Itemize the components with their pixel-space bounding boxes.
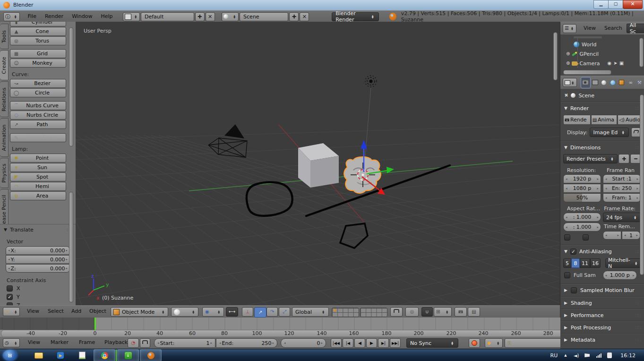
opengl-render-image-button[interactable]: 📷︎ bbox=[455, 307, 467, 317]
properties-scrollbar[interactable] bbox=[640, 95, 644, 275]
translate-manipulator-toggle[interactable]: ↗ bbox=[254, 307, 266, 318]
jump-to-start-button[interactable]: |◀◀ bbox=[331, 338, 342, 348]
decrement-icon[interactable]: ◂ bbox=[218, 341, 222, 345]
renderability-camera-icon[interactable]: ▣ bbox=[619, 61, 624, 66]
taskbar-notepad-button[interactable] bbox=[72, 350, 93, 361]
increment-icon[interactable]: ▸ bbox=[635, 233, 639, 237]
pivot-point-select[interactable]: ◉▲▼ bbox=[202, 307, 224, 317]
panel-drag-dots-icon[interactable]: ∷∷ bbox=[635, 337, 640, 343]
add-circle-button[interactable]: ◯Circle bbox=[10, 88, 66, 97]
render-audio-button[interactable]: ◁)Audio bbox=[618, 115, 641, 125]
play-button[interactable]: ▶ bbox=[366, 338, 377, 348]
menu-render[interactable]: Render bbox=[41, 11, 68, 22]
add-cone-button[interactable]: ▲Cone bbox=[10, 27, 66, 36]
current-frame-field[interactable]: ◂0▸ bbox=[281, 338, 326, 348]
collapse-arrow-icon[interactable]: ▼ bbox=[564, 249, 567, 254]
layers-group-1[interactable] bbox=[332, 308, 359, 317]
add-preset-button[interactable]: ✚ bbox=[618, 154, 629, 163]
resolution-y-field[interactable]: ◂1080 p▸ bbox=[563, 184, 601, 193]
clock[interactable]: 16:12 bbox=[620, 352, 635, 359]
resolution-x-field[interactable]: ◂1920 p▸ bbox=[563, 174, 601, 183]
increment-icon[interactable]: ▸ bbox=[596, 187, 600, 190]
render-button[interactable]: 📷︎Rende bbox=[563, 115, 591, 125]
aa-samples-8-button[interactable]: 8 bbox=[571, 258, 580, 268]
power-plug-icon[interactable] bbox=[607, 352, 612, 358]
add-area-lamp-button[interactable]: ⧉Area bbox=[10, 191, 66, 200]
constraint-y-checkbox[interactable]: ✓ bbox=[7, 294, 13, 300]
decrement-icon[interactable]: ◂ bbox=[156, 341, 160, 345]
decrement-icon[interactable]: ◂ bbox=[604, 233, 608, 237]
increment-icon[interactable]: ▸ bbox=[635, 187, 639, 190]
fps-select[interactable]: 24 fps▲▼ bbox=[603, 213, 641, 222]
view-menu[interactable]: View bbox=[23, 306, 43, 317]
current-frame-line[interactable] bbox=[94, 318, 96, 330]
panel-drag-dots-icon[interactable]: ∷∷ bbox=[635, 301, 640, 306]
aa-samples-16-button[interactable]: 16 bbox=[590, 258, 601, 268]
taskbar-chrome-button[interactable] bbox=[94, 349, 115, 361]
active-keying-set-field[interactable]: ⚿︎ bbox=[505, 338, 566, 348]
visibility-eye-icon[interactable]: ◉ bbox=[608, 61, 612, 66]
outliner-filter-select[interactable]: All Sc bbox=[627, 24, 644, 33]
render-presets-select[interactable]: Render Presets▲▼ bbox=[563, 154, 618, 163]
tab-modifiers[interactable]: ⚒︎ bbox=[635, 77, 644, 88]
delete-layout-button[interactable]: ✕ bbox=[206, 12, 215, 21]
delete-scene-button[interactable]: ✕ bbox=[300, 12, 309, 21]
decrement-icon[interactable]: ◂ bbox=[604, 196, 608, 200]
panel-sampled-motion-blur[interactable]: ▶ Sampled Motion Blur bbox=[560, 284, 644, 296]
screen-layout-field[interactable]: Default bbox=[141, 12, 194, 21]
start-button[interactable]: ⊞ bbox=[3, 350, 17, 361]
tab-render-layers[interactable] bbox=[591, 77, 600, 88]
add-torus-button[interactable]: ◎Torus bbox=[10, 36, 66, 45]
vector-y-field[interactable]: ◂Y:0.000▸ bbox=[6, 255, 70, 264]
outliner-search-menu[interactable]: Search bbox=[600, 23, 627, 34]
taskbar-media-player-button[interactable]: ▶ bbox=[50, 350, 71, 361]
taskbar-blender-button[interactable] bbox=[140, 349, 162, 361]
increment-icon[interactable]: ▸ bbox=[271, 341, 275, 345]
minimize-button[interactable]: ▁ bbox=[593, 0, 609, 9]
add-point-lamp-button[interactable]: ✺Point bbox=[10, 154, 66, 163]
vector-x-field[interactable]: ◂X:0.000▸ bbox=[6, 246, 70, 255]
rotate-manipulator-toggle[interactable]: ↷ bbox=[266, 307, 278, 317]
increment-icon[interactable]: ▸ bbox=[320, 341, 324, 345]
decrement-icon[interactable]: ◂ bbox=[565, 215, 568, 219]
increment-icon[interactable]: ▸ bbox=[596, 215, 600, 219]
toolshelf-tab-physics[interactable]: Physics bbox=[0, 158, 9, 188]
increment-icon[interactable]: ▸ bbox=[65, 258, 69, 261]
timeline-frame-menu[interactable]: Frame bbox=[75, 337, 99, 348]
taskbar-idm-button[interactable]: ↓ bbox=[117, 349, 139, 361]
keying-set-select[interactable]: ◆▲▼ bbox=[485, 338, 503, 348]
add-bezier-button[interactable]: ↝Bezier bbox=[10, 79, 66, 88]
collapse-arrow-icon[interactable]: ▼ bbox=[564, 106, 567, 111]
timeline-view-menu[interactable]: View bbox=[24, 337, 44, 348]
pin-icon[interactable]: ✚ bbox=[563, 92, 569, 98]
scene-icon-button[interactable]: ▲▼ bbox=[222, 12, 239, 21]
render-engine-select[interactable]: Blender Render▲▼ bbox=[332, 12, 378, 21]
crop-checkbox[interactable] bbox=[583, 234, 589, 241]
outliner-v-scrollbar[interactable] bbox=[639, 38, 644, 67]
decrement-icon[interactable]: ◂ bbox=[565, 187, 568, 190]
time-old-field[interactable]: ◂▸ bbox=[603, 231, 621, 240]
collapse-arrow-icon[interactable]: ▼ bbox=[564, 146, 567, 150]
editor-type-button[interactable]: ⓘ▲▼ bbox=[3, 12, 20, 21]
manipulator-axes-toggle[interactable]: ⊥ bbox=[242, 307, 253, 317]
increment-icon[interactable]: ▸ bbox=[596, 225, 600, 229]
menu-help[interactable]: Help bbox=[97, 11, 117, 22]
aa-samples-11-button[interactable]: 11 bbox=[580, 258, 590, 268]
toolshelf-tab-tools[interactable]: Tools bbox=[0, 24, 9, 49]
outliner-editor-type-button[interactable]: ☰▲▼ bbox=[563, 24, 576, 33]
full-sample-checkbox[interactable] bbox=[564, 272, 570, 278]
tab-scene[interactable] bbox=[600, 77, 609, 88]
add-cylinder-button[interactable]: ▮Cylinder bbox=[10, 22, 66, 26]
operator-scrollbar[interactable] bbox=[69, 192, 73, 302]
aa-filter-select[interactable]: Mitchell-N▲▼ bbox=[605, 258, 641, 268]
display-select[interactable]: Image Ed▲▼ bbox=[590, 128, 628, 137]
tab-object[interactable] bbox=[617, 77, 626, 88]
aspect-y-field[interactable]: ◂: 1.000▸ bbox=[563, 223, 601, 232]
motion-blur-checkbox[interactable] bbox=[571, 287, 577, 293]
viewport-scrollbar[interactable] bbox=[553, 32, 558, 80]
select-menu[interactable]: Select bbox=[43, 306, 68, 317]
decrement-icon[interactable]: ◂ bbox=[604, 187, 608, 190]
viewport-editor-type-button[interactable]: ⬡▲▼ bbox=[3, 307, 20, 316]
tray-expand-icon[interactable]: ▲ bbox=[564, 353, 567, 357]
tab-render[interactable] bbox=[581, 77, 591, 88]
